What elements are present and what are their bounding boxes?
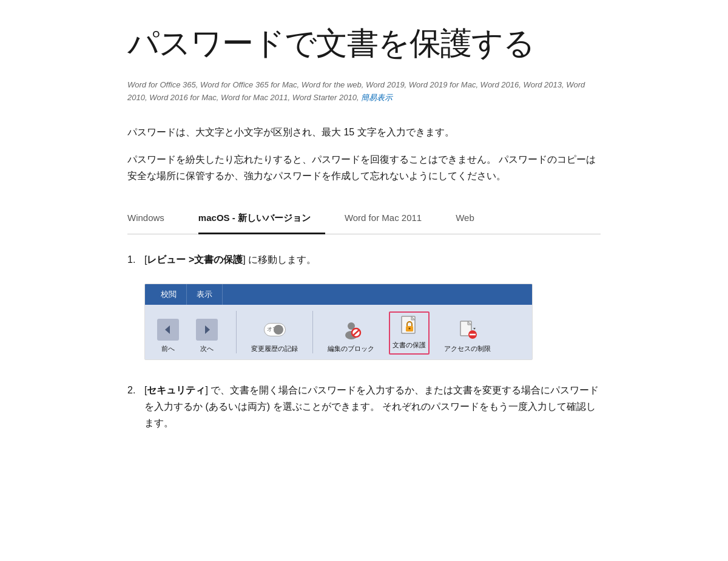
track-changes-button[interactable]: オフ 変更履歴の記録 <box>251 319 298 355</box>
applies-to: Word for Office 365, Word for Office 365… <box>127 79 601 104</box>
step-2-suffix: ] で、文書を開く場合にパスワードを入力するか、または文書を変更する場合にパスワ… <box>144 385 599 428</box>
svg-marker-16 <box>473 328 476 330</box>
edit-block-icon <box>340 319 362 341</box>
edit-block-button[interactable]: 編集のブロック <box>328 319 374 355</box>
page-container: パスワードで文書を保護する Word for Office 365, Word … <box>91 0 637 485</box>
tab-macos[interactable]: macOS - 新しいバージョン <box>198 205 325 234</box>
prev-icon <box>157 319 179 341</box>
step-2-text: [セキュリティ] で、文書を開く場合にパスワードを入力するか、または文書を変更す… <box>144 382 601 432</box>
protect-doc-icon <box>399 315 420 337</box>
ribbon-tab-view[interactable]: 表示 <box>187 284 223 305</box>
prev-button[interactable]: 前へ <box>153 319 183 355</box>
next-label: 次へ <box>200 343 214 355</box>
svg-point-10 <box>408 328 410 330</box>
track-changes-label: 変更履歴の記録 <box>251 343 298 355</box>
step-1-content: [レビュー >文書の保護] に移動します。 校閲 表示 <box>144 251 601 365</box>
step-1-suffix: ] に移動します。 <box>243 254 316 265</box>
access-restrict-label: アクセスの制限 <box>444 343 491 355</box>
tab-word-mac-2011[interactable]: Word for Mac 2011 <box>345 205 436 234</box>
protect-doc-button[interactable]: 文書の保護 <box>389 311 430 355</box>
applies-to-text: Word for Office 365, Word for Office 365… <box>127 80 585 102</box>
protect-doc-label: 文書の保護 <box>393 339 426 351</box>
separator-1 <box>236 311 237 353</box>
body-paragraph-1: パスワードは、大文字と小文字が区別され、最大 15 文字を入力できます。 <box>127 124 601 140</box>
svg-marker-0 <box>165 325 170 334</box>
step-2-bold: セキュリティ <box>147 385 205 395</box>
steps-list: 1. [レビュー >文書の保護] に移動します。 校閲 表示 <box>127 251 601 432</box>
tabs-bar: Windows macOS - 新しいバージョン Word for Mac 20… <box>127 204 601 234</box>
tab-windows[interactable]: Windows <box>127 205 179 234</box>
edit-block-label: 編集のブロック <box>328 343 374 355</box>
step-2-number: 2. <box>127 382 144 398</box>
prev-label: 前へ <box>161 343 175 355</box>
step-1-text: [レビュー >文書の保護] に移動します。 <box>144 251 601 268</box>
access-restrict-icon <box>457 319 479 341</box>
separator-2 <box>312 311 313 353</box>
next-icon <box>196 319 218 341</box>
ribbon-body: 前へ 次へ <box>145 305 532 359</box>
body-paragraph-2: パスワードを紛失したり忘れたりすると、パスワードを回復することはできません。 パ… <box>127 151 601 184</box>
step-2: 2. [セキュリティ] で、文書を開く場合にパスワードを入力するか、または文書を… <box>127 382 601 432</box>
access-restrict-button[interactable]: アクセスの制限 <box>444 319 491 355</box>
ribbon-tab-review[interactable]: 校閲 <box>151 284 187 305</box>
nav-group: 前へ 次へ <box>153 319 221 355</box>
page-title: パスワードで文書を保護する <box>127 24 601 62</box>
ribbon-screenshot: 校閲 表示 <box>144 284 533 360</box>
toggle-knob <box>274 325 283 335</box>
simplified-view-link[interactable]: 簡易表示 <box>361 93 393 102</box>
next-button[interactable]: 次へ <box>192 319 221 355</box>
ribbon-tab-items: 校閲 表示 <box>145 284 532 305</box>
svg-marker-1 <box>205 325 210 334</box>
step-1-number: 1. <box>127 251 144 268</box>
toggle-control: オフ <box>264 323 286 336</box>
step-1: 1. [レビュー >文書の保護] に移動します。 校閲 表示 <box>127 251 601 365</box>
ribbon-tabs-row: 校閲 表示 <box>145 284 532 305</box>
track-changes-icon: オフ <box>264 319 286 341</box>
step-2-content: [セキュリティ] で、文書を開く場合にパスワードを入力するか、または文書を変更す… <box>144 382 601 432</box>
step-1-bold: レビュー >文書の保護 <box>147 254 243 265</box>
nav-buttons: 前へ 次へ <box>153 319 221 355</box>
tab-web[interactable]: Web <box>456 205 489 234</box>
